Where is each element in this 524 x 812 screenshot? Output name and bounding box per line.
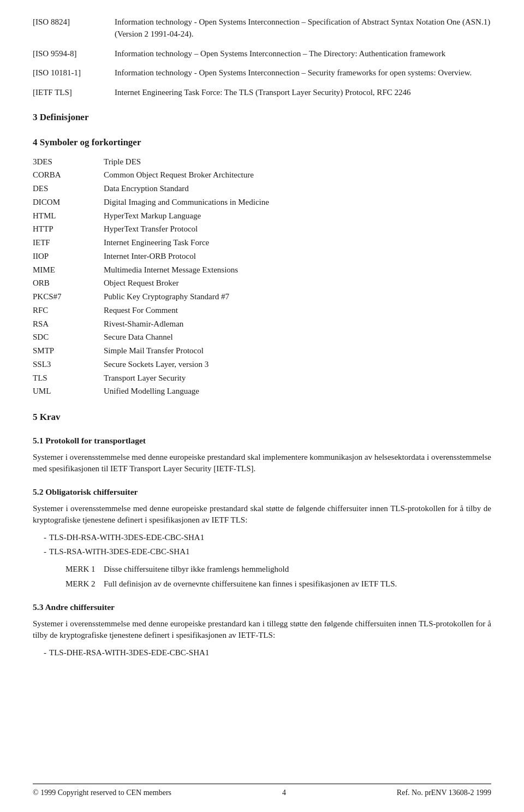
abbr-full: Object Request Broker — [104, 277, 491, 291]
abbr-code: SSL3 — [33, 358, 104, 371]
merk-block: MERK 1 Disse chiffersuitene tilbyr ikke … — [66, 564, 491, 591]
abbr-row: HTML HyperText Markup Language — [33, 209, 491, 223]
abbr-row: TLS Transport Layer Security — [33, 371, 491, 385]
footer-ref: Ref. No. prENV 13608-2 1999 — [397, 787, 491, 798]
abbr-full: Transport Layer Security — [104, 371, 491, 385]
abbr-row: PKCS#7 Public Key Cryptography Standard … — [33, 291, 491, 304]
abbr-full: Digital Imaging and Communications in Me… — [104, 195, 491, 209]
list-item: - TLS-DHE-RSA-WITH-3DES-EDE-CBC-SHA1 — [33, 647, 491, 659]
list-dash: - — [33, 546, 49, 558]
abbr-code: IIOP — [33, 250, 104, 263]
references-section: [ISO 8824] Information technology - Open… — [33, 16, 491, 99]
ref-iso8824: [ISO 8824] Information technology - Open… — [33, 16, 491, 40]
abbr-full: Common Object Request Broker Architectur… — [104, 169, 491, 182]
list-item: - TLS-DH-RSA-WITH-3DES-EDE-CBC-SHA1 — [33, 532, 491, 544]
abbr-row: IIOP Internet Inter-ORB Protocol — [33, 250, 491, 263]
section53-text: Systemer i overensstemmelse med denne eu… — [33, 618, 491, 642]
abbr-full: Internet Engineering Task Force — [104, 236, 491, 250]
list-dash: - — [33, 647, 49, 659]
abbr-code: PKCS#7 — [33, 291, 104, 304]
ref-tag-iso8824: [ISO 8824] — [33, 16, 115, 28]
abbr-full: Public Key Cryptography Standard #7 — [104, 291, 491, 304]
abbr-row: SMTP Simple Mail Transfer Protocol — [33, 345, 491, 358]
section4-heading: 4 Symboler og forkortinger — [33, 136, 491, 150]
abbr-code: SMTP — [33, 345, 104, 358]
merk-row: MERK 1 Disse chiffersuitene tilbyr ikke … — [66, 564, 491, 576]
abbr-row: DICOM Digital Imaging and Communications… — [33, 195, 491, 209]
list-dash: - — [33, 532, 49, 544]
section53-list: - TLS-DHE-RSA-WITH-3DES-EDE-CBC-SHA1 — [33, 647, 491, 659]
abbr-code: HTML — [33, 209, 104, 223]
ref-text-iso9594: Information technology – Open Systems In… — [115, 48, 491, 60]
list-content: TLS-DHE-RSA-WITH-3DES-EDE-CBC-SHA1 — [49, 647, 491, 659]
list-item: - TLS-RSA-WITH-3DES-EDE-CBC-SHA1 — [33, 546, 491, 558]
abbr-row: RSA Rivest-Shamir-Adleman — [33, 317, 491, 331]
ref-text-iso10181: Information technology - Open Systems In… — [115, 67, 491, 79]
page: [ISO 8824] Information technology - Open… — [0, 0, 524, 812]
abbr-row: MIME Multimedia Internet Message Extensi… — [33, 263, 491, 277]
ref-text-ietf: Internet Engineering Task Force: The TLS… — [115, 87, 491, 99]
abbr-code: MIME — [33, 263, 104, 277]
footer-page-number: 4 — [282, 787, 286, 798]
ref-iso9594: [ISO 9594-8] Information technology – Op… — [33, 48, 491, 60]
abbr-code: UML — [33, 385, 104, 399]
abbr-code: ORB — [33, 277, 104, 291]
abbr-full: Multimedia Internet Message Extensions — [104, 263, 491, 277]
abbr-code: HTTP — [33, 223, 104, 236]
abbr-full: Simple Mail Transfer Protocol — [104, 345, 491, 358]
ref-tag-ietf: [IETF TLS] — [33, 87, 115, 99]
section3-heading: 3 Definisjoner — [33, 111, 491, 125]
abbr-row: SDC Secure Data Channel — [33, 331, 491, 345]
abbr-full: Internet Inter-ORB Protocol — [104, 250, 491, 263]
abbr-row: ORB Object Request Broker — [33, 277, 491, 291]
abbr-row: UML Unified Modelling Language — [33, 385, 491, 399]
abbr-full: Secure Sockets Layer, version 3 — [104, 358, 491, 371]
abbreviation-table: 3DES Triple DES CORBA Common Object Requ… — [33, 155, 491, 399]
abbr-full: Data Encryption Standard — [104, 182, 491, 196]
abbr-code: DICOM — [33, 195, 104, 209]
abbr-code: RFC — [33, 304, 104, 317]
section52-heading: 5.2 Obligatorisk chiffersuiter — [33, 486, 491, 498]
abbr-code: DES — [33, 182, 104, 196]
abbr-full: HyperText Markup Language — [104, 209, 491, 223]
list-content: TLS-DH-RSA-WITH-3DES-EDE-CBC-SHA1 — [49, 532, 491, 544]
merk-label: MERK 2 — [66, 578, 104, 590]
abbr-code: CORBA — [33, 169, 104, 182]
ref-tag-iso10181: [ISO 10181-1] — [33, 67, 115, 79]
abbr-full: Unified Modelling Language — [104, 385, 491, 399]
section5-heading: 5 Krav — [33, 411, 491, 424]
ref-tag-iso9594: [ISO 9594-8] — [33, 48, 115, 60]
abbr-code: RSA — [33, 317, 104, 331]
abbr-row: RFC Request For Comment — [33, 304, 491, 317]
abbr-code: TLS — [33, 371, 104, 385]
abbr-code: 3DES — [33, 155, 104, 169]
abbr-full: Secure Data Channel — [104, 331, 491, 345]
abbr-row: DES Data Encryption Standard — [33, 182, 491, 196]
ref-iso10181: [ISO 10181-1] Information technology - O… — [33, 67, 491, 79]
abbr-code: IETF — [33, 236, 104, 250]
merk-row: MERK 2 Full definisjon av de overnevnte … — [66, 578, 491, 590]
abbr-full: HyperText Transfer Protocol — [104, 223, 491, 236]
ref-text-iso8824: Information technology - Open Systems In… — [115, 16, 491, 40]
section52-list: - TLS-DH-RSA-WITH-3DES-EDE-CBC-SHA1 - TL… — [33, 532, 491, 558]
section52-text: Systemer i overensstemmelse med denne eu… — [33, 503, 491, 527]
abbr-code: SDC — [33, 331, 104, 345]
merk-text: Disse chiffersuitene tilbyr ikke framlen… — [104, 564, 491, 576]
page-footer: © 1999 Copyright reserved to CEN members… — [33, 784, 491, 798]
section53-heading: 5.3 Andre chiffersuiter — [33, 601, 491, 613]
abbr-row: HTTP HyperText Transfer Protocol — [33, 223, 491, 236]
abbr-row: CORBA Common Object Request Broker Archi… — [33, 169, 491, 182]
abbr-full: Request For Comment — [104, 304, 491, 317]
section51-heading: 5.1 Protokoll for transportlaget — [33, 435, 491, 447]
merk-text: Full definisjon av de overnevnte chiffer… — [104, 578, 491, 590]
footer-copyright: © 1999 Copyright reserved to CEN members — [33, 787, 171, 798]
abbr-full: Rivest-Shamir-Adleman — [104, 317, 491, 331]
section51-text: Systemer i overensstemmelse med denne eu… — [33, 452, 491, 476]
ref-ietf-tls: [IETF TLS] Internet Engineering Task For… — [33, 87, 491, 99]
abbr-row: 3DES Triple DES — [33, 155, 491, 169]
merk-label: MERK 1 — [66, 564, 104, 576]
abbr-full: Triple DES — [104, 155, 491, 169]
abbr-row: SSL3 Secure Sockets Layer, version 3 — [33, 358, 491, 371]
abbr-row: IETF Internet Engineering Task Force — [33, 236, 491, 250]
list-content: TLS-RSA-WITH-3DES-EDE-CBC-SHA1 — [49, 546, 491, 558]
